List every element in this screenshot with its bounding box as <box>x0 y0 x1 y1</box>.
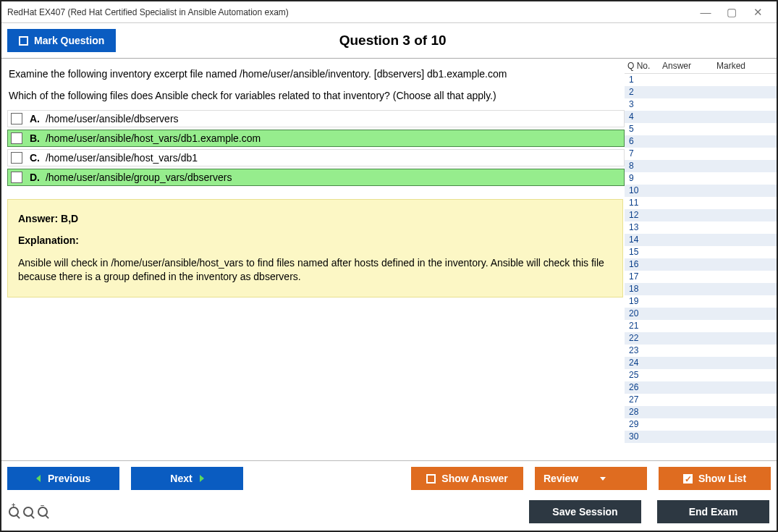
choice-label: D. /home/user/ansible/group_vars/dbserve… <box>30 172 232 183</box>
list-item[interactable]: 14 <box>625 234 777 246</box>
list-item[interactable]: 4 <box>625 111 777 123</box>
list-item[interactable]: 30 <box>625 431 777 443</box>
list-item[interactable]: 27 <box>625 394 777 406</box>
list-item[interactable]: 6 <box>625 135 777 148</box>
list-item[interactable]: 1 <box>625 74 777 86</box>
main-area: Examine the following inventory excerpt … <box>1 58 777 460</box>
previous-label: Previous <box>48 473 90 484</box>
header-row: Mark Question Question 3 of 10 <box>1 23 777 58</box>
list-item[interactable]: 2 <box>625 86 777 98</box>
checkbox-icon <box>19 36 28 46</box>
zoom-in-icon[interactable]: + <box>9 500 19 523</box>
col-qno: Q No. <box>627 61 662 71</box>
list-item[interactable]: 15 <box>625 246 777 258</box>
bottom-bar: + – Save Session End Exam <box>1 496 777 531</box>
list-item[interactable]: 3 <box>625 98 777 111</box>
zoom-reset-icon[interactable] <box>23 500 33 523</box>
window-title: RedHat EX407 (Red Hat Certified Speciali… <box>7 7 289 17</box>
end-exam-button[interactable]: End Exam <box>657 500 769 523</box>
question-list-panel: Q No. Answer Marked 12345678910111213141… <box>625 59 777 460</box>
choices-list: A. /home/user/ansible/dbserversB. /home/… <box>7 110 625 186</box>
list-item[interactable]: 12 <box>625 209 777 221</box>
list-item[interactable]: 17 <box>625 271 777 283</box>
list-item[interactable]: 8 <box>625 160 777 172</box>
list-item[interactable]: 18 <box>625 283 777 295</box>
col-marked: Marked <box>716 61 777 71</box>
next-label: Next <box>170 473 192 484</box>
show-answer-label: Show Answer <box>441 473 507 484</box>
choice-row[interactable]: B. /home/user/ansible/host_vars/db1.exam… <box>7 130 625 147</box>
col-answer: Answer <box>662 61 716 71</box>
answer-label: Answer: B,D <box>18 213 78 224</box>
list-item[interactable]: 20 <box>625 308 777 320</box>
list-item[interactable]: 11 <box>625 197 777 209</box>
explanation-body: Ansible will check in /home/user/ansible… <box>18 256 612 284</box>
checkbox-checked-icon <box>683 474 693 484</box>
list-item[interactable]: 19 <box>625 295 777 308</box>
show-list-label: Show List <box>698 473 746 484</box>
titlebar: RedHat EX407 (Red Hat Certified Speciali… <box>1 1 777 23</box>
choice-checkbox[interactable] <box>11 152 22 164</box>
choice-label: B. /home/user/ansible/host_vars/db1.exam… <box>30 132 261 144</box>
list-item[interactable]: 23 <box>625 345 777 357</box>
review-button[interactable]: Review <box>535 467 647 490</box>
list-item[interactable]: 26 <box>625 381 777 394</box>
choice-row[interactable]: C. /home/user/ansible/host_vars/db1 <box>7 149 625 166</box>
choice-row[interactable]: A. /home/user/ansible/dbservers <box>7 110 625 127</box>
question-list-header: Q No. Answer Marked <box>625 59 777 74</box>
list-item[interactable]: 29 <box>625 418 777 431</box>
question-text-line1: Examine the following inventory excerpt … <box>9 67 622 82</box>
choice-checkbox[interactable] <box>11 172 22 183</box>
list-item[interactable]: 24 <box>625 357 777 369</box>
list-item[interactable]: 16 <box>625 258 777 271</box>
previous-button[interactable]: Previous <box>7 467 119 490</box>
content-pane: Examine the following inventory excerpt … <box>1 59 625 460</box>
choice-label: C. /home/user/ansible/host_vars/db1 <box>30 152 198 164</box>
list-item[interactable]: 22 <box>625 332 777 345</box>
choice-checkbox[interactable] <box>11 132 22 144</box>
arrow-left-icon <box>36 475 41 482</box>
save-session-label: Save Session <box>552 506 617 518</box>
list-item[interactable]: 13 <box>625 221 777 234</box>
checkbox-icon <box>426 474 436 484</box>
close-button[interactable]: ✕ <box>745 7 771 17</box>
question-list-body[interactable]: 1234567891011121314151617181920212223242… <box>625 74 777 460</box>
list-item[interactable]: 21 <box>625 320 777 332</box>
mark-question-button[interactable]: Mark Question <box>7 29 116 52</box>
show-list-button[interactable]: Show List <box>659 467 771 490</box>
review-label: Review <box>544 473 578 484</box>
footer-toolbar: Previous Next Show Answer Review Show Li… <box>1 460 777 496</box>
list-item[interactable]: 28 <box>625 406 777 418</box>
list-item[interactable]: 9 <box>625 172 777 185</box>
maximize-button[interactable]: ▢ <box>719 7 745 17</box>
question-text-line2: Which of the following files does Ansibl… <box>9 89 622 104</box>
list-item[interactable]: 7 <box>625 148 777 160</box>
chevron-down-icon <box>600 477 606 481</box>
app-window: RedHat EX407 (Red Hat Certified Speciali… <box>0 0 778 532</box>
save-session-button[interactable]: Save Session <box>529 500 641 523</box>
zoom-out-icon[interactable]: – <box>38 500 48 523</box>
choice-row[interactable]: D. /home/user/ansible/group_vars/dbserve… <box>7 169 625 186</box>
list-item[interactable]: 5 <box>625 123 777 135</box>
question-header: Question 3 of 10 <box>116 33 771 48</box>
minimize-button[interactable]: — <box>693 7 719 17</box>
list-item[interactable]: 10 <box>625 185 777 197</box>
mark-question-label: Mark Question <box>34 35 104 46</box>
choice-label: A. /home/user/ansible/dbservers <box>30 113 179 124</box>
end-exam-label: End Exam <box>689 506 738 518</box>
explanation-label: Explanation: <box>18 235 79 246</box>
choice-checkbox[interactable] <box>11 113 22 124</box>
list-item[interactable]: 25 <box>625 369 777 381</box>
arrow-right-icon <box>200 475 204 482</box>
show-answer-button[interactable]: Show Answer <box>411 467 523 490</box>
next-button[interactable]: Next <box>131 467 243 490</box>
answer-panel: Answer: B,D Explanation: Ansible will ch… <box>7 199 623 297</box>
